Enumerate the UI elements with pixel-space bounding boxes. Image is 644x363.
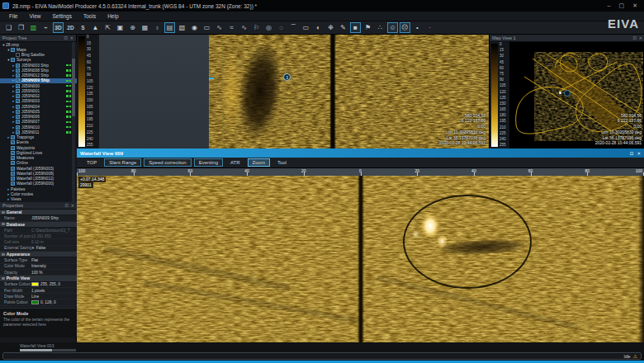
pin-icon[interactable]: ⊡ xyxy=(65,203,69,208)
property-row-external-saving-l[interactable]: External Saving/L✕False xyxy=(0,246,77,252)
map-layer-icon[interactable]: ♁ xyxy=(152,22,163,33)
tab-top[interactable]: TOP xyxy=(82,158,102,167)
checkbox[interactable]: ✓ xyxy=(11,151,15,155)
profile-multi-icon[interactable]: ≈ xyxy=(226,22,237,33)
checkbox[interactable]: ✓ xyxy=(16,94,20,98)
map-canvas[interactable]: 580 914.566 222 187.860.00Lon 10.3020583… xyxy=(509,42,644,148)
property-group-general[interactable]: ⊟General xyxy=(0,210,77,215)
import-view-icon[interactable]: ⇱ xyxy=(102,22,113,33)
connect-icon[interactable]: ⌁ xyxy=(40,22,51,33)
menu-view[interactable]: View xyxy=(23,13,46,19)
new-file-icon[interactable]: ❏ xyxy=(3,22,14,33)
pin-icon[interactable]: ⊡ xyxy=(633,35,637,40)
palette-tool-icon[interactable]: ❉ xyxy=(325,22,336,33)
property-row-color-mode[interactable]: Color ModeIntensity xyxy=(0,264,77,270)
checkbox[interactable]: ✓ xyxy=(11,48,15,52)
waypoint-add-icon[interactable]: ◌ xyxy=(276,22,286,33)
checkbox[interactable]: ✓ xyxy=(11,177,15,181)
tree-item-views[interactable]: ▸Views xyxy=(0,197,77,202)
property-row-pen-width[interactable]: Pen Width1 pixels xyxy=(0,288,77,294)
menu-tools[interactable]: Tools xyxy=(78,13,102,19)
collapse-icon[interactable]: ⊟ xyxy=(2,252,5,257)
checkbox[interactable]: ✓ xyxy=(16,99,20,103)
property-row-surface-type[interactable]: Surface TypeFlat xyxy=(0,257,77,263)
checkbox[interactable]: ✓ xyxy=(11,167,15,171)
checkbox[interactable]: ✓ xyxy=(11,58,15,62)
property-row-number-of-points[interactable]: Number of points10 291 853 xyxy=(0,233,77,239)
save-icon[interactable]: ▥ xyxy=(28,22,39,33)
property-row-cell-size[interactable]: Cell size0.10 m xyxy=(0,239,77,245)
tab-slant-range[interactable]: Slant Range xyxy=(104,158,141,167)
rect-tool-icon[interactable]: ▭ xyxy=(301,22,311,33)
grid-icon[interactable]: ▦ xyxy=(140,22,150,33)
checkbox[interactable]: ✓ xyxy=(16,110,20,114)
checkbox[interactable]: ✓ xyxy=(11,135,15,139)
collapse-icon[interactable]: ⊟ xyxy=(2,276,5,280)
event-marker-badge[interactable]: 3 xyxy=(283,73,291,81)
pointer-tool-icon[interactable]: ▲ xyxy=(90,22,101,33)
menu-settings[interactable]: Settings xyxy=(46,13,78,19)
checkbox[interactable]: ✓ xyxy=(16,105,20,109)
property-group-appearance[interactable]: ⊟Appearance xyxy=(0,252,77,257)
tree-scrollbar[interactable] xyxy=(72,42,75,202)
tab-speed-correction[interactable]: Speed correction xyxy=(144,158,191,167)
sonar-strip[interactable]: 3 580 914.566 222 187.860.00Lon 10.30205… xyxy=(209,35,489,148)
checkbox[interactable]: ✓ xyxy=(16,84,20,88)
route-tool-icon[interactable]: ⚐ xyxy=(251,22,262,33)
checkbox[interactable]: ✓ xyxy=(16,73,20,78)
checkbox[interactable]: ✓ xyxy=(11,156,15,160)
property-row-opacity[interactable]: Opacity100 % xyxy=(0,270,77,276)
tab-eventing[interactable]: Eventing xyxy=(194,158,223,167)
maximize-button[interactable]: ▢ xyxy=(619,2,625,9)
pin-icon[interactable]: ⊡ xyxy=(64,35,68,40)
checkbox[interactable]: ✓ xyxy=(16,130,20,134)
checkbox[interactable]: ✓ xyxy=(11,146,15,150)
property-group-profile-view[interactable]: ⊟Profile View xyxy=(0,276,77,281)
checkbox[interactable]: ✓ xyxy=(16,115,20,119)
cube-3d-icon[interactable]: ▣ xyxy=(115,22,125,33)
checkbox[interactable]: ✓ xyxy=(16,120,20,124)
warning-icon[interactable]: ⚠ xyxy=(633,354,637,359)
checkbox[interactable]: ✓ xyxy=(11,140,15,144)
image-view-icon[interactable]: ▧ xyxy=(177,22,187,33)
checkbox[interactable]: ✓ xyxy=(16,89,20,93)
view-3d-icon[interactable]: 3D xyxy=(53,22,64,33)
fill-square-icon[interactable]: ■ xyxy=(350,22,361,33)
checkbox[interactable]: ✓ xyxy=(11,182,15,186)
view-2d-icon[interactable]: 2D xyxy=(65,22,76,33)
map-view[interactable]: Map View 1 ⊡ ✕ 0153045607590105120135150… xyxy=(489,35,644,148)
curve-tool-icon[interactable]: ⌒ xyxy=(288,22,299,33)
scatter-points-icon[interactable]: ∴ xyxy=(375,22,386,33)
profile-seabed-icon[interactable]: ∿ xyxy=(214,22,225,33)
bottom-view-tab[interactable]: Waterfall View 003 xyxy=(20,343,54,348)
close-icon[interactable]: ✕ xyxy=(70,35,73,40)
sonar-top-view[interactable]: 0153045607590105120135150165180195210225… xyxy=(77,35,489,148)
globe-icon[interactable]: ⊕ xyxy=(127,22,138,33)
tab-atr[interactable]: ATR xyxy=(225,158,245,167)
checkbox[interactable]: ✓ xyxy=(16,64,20,68)
tag-tool-icon[interactable]: ⚑ xyxy=(362,22,373,33)
vessel-marker-badge[interactable] xyxy=(564,90,571,97)
point-large-icon[interactable]: • xyxy=(412,22,423,33)
minimize-button[interactable]: – xyxy=(608,2,611,9)
close-icon[interactable]: ✕ xyxy=(637,151,641,156)
close-icon[interactable]: ✕ xyxy=(639,35,642,40)
open-file-icon[interactable]: ❐ xyxy=(16,22,26,33)
tree-scrollbar-thumb[interactable] xyxy=(72,59,75,116)
property-row-surface-colour[interactable]: Surface Colour255, 255, 0 xyxy=(0,282,77,288)
point-small-icon[interactable]: · xyxy=(424,22,435,33)
waypoint-icon[interactable]: ◎ xyxy=(263,22,274,33)
tab-tool[interactable]: Tool xyxy=(272,158,291,167)
collapse-icon[interactable]: ⊟ xyxy=(2,210,5,214)
checkbox[interactable]: ✓ xyxy=(11,161,15,165)
property-row-points-colour[interactable]: Points Colour0, 128, 0 xyxy=(0,299,77,305)
property-row-name[interactable]: NameJ059N009 Ship xyxy=(0,215,77,221)
property-row-path[interactable]: PathC:\Data\Solstice\03_T xyxy=(0,228,77,233)
checkbox[interactable] xyxy=(16,53,20,57)
checkbox[interactable]: ✓ xyxy=(16,125,20,130)
menu-help[interactable]: Help xyxy=(102,13,124,19)
property-row-draw-mode[interactable]: Draw ModeLine xyxy=(0,294,77,299)
checkbox[interactable]: ✓ xyxy=(16,78,20,82)
collapse-icon[interactable]: ⊟ xyxy=(2,222,5,226)
property-group-database[interactable]: ⊟Database xyxy=(0,222,77,228)
